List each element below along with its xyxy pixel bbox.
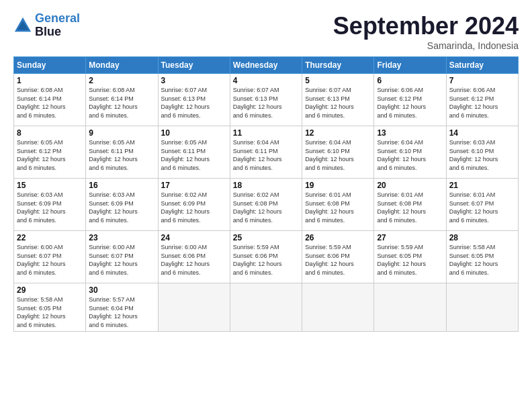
list-item: 20 Sunrise: 6:01 AMSunset: 6:08 PMDaylig… (374, 179, 446, 231)
list-item: 11 Sunrise: 6:04 AMSunset: 6:11 PMDaylig… (230, 126, 302, 179)
list-item: 6 Sunrise: 6:06 AMSunset: 6:12 PMDayligh… (374, 74, 446, 126)
page-container: General Blue September 2024 Samarinda, I… (0, 0, 532, 338)
list-item: 29 Sunrise: 5:58 AMSunset: 6:05 PMDaylig… (14, 283, 86, 332)
list-item (158, 283, 230, 332)
calendar-table: Sunday Monday Tuesday Wednesday Thursday… (13, 56, 519, 332)
list-item: 17 Sunrise: 6:02 AMSunset: 6:09 PMDaylig… (158, 179, 230, 231)
month-title: September 2024 (333, 12, 519, 40)
header: General Blue September 2024 Samarinda, I… (13, 12, 519, 51)
list-item: 4 Sunrise: 6:07 AMSunset: 6:13 PMDayligh… (230, 74, 302, 126)
list-item: 7 Sunrise: 6:06 AMSunset: 6:12 PMDayligh… (446, 74, 518, 126)
col-tuesday: Tuesday (158, 57, 230, 74)
list-item: 22 Sunrise: 6:00 AMSunset: 6:07 PMDaylig… (14, 231, 86, 283)
list-item: 2 Sunrise: 6:08 AMSunset: 6:14 PMDayligh… (86, 74, 158, 126)
col-saturday: Saturday (446, 57, 518, 74)
col-monday: Monday (86, 57, 158, 74)
list-item: 27 Sunrise: 5:59 AMSunset: 6:05 PMDaylig… (374, 231, 446, 283)
table-row: 1 Sunrise: 6:08 AMSunset: 6:14 PMDayligh… (14, 74, 519, 126)
list-item: 28 Sunrise: 5:58 AMSunset: 6:05 PMDaylig… (446, 231, 518, 283)
list-item: 15 Sunrise: 6:03 AMSunset: 6:09 PMDaylig… (14, 179, 86, 231)
table-row: 29 Sunrise: 5:58 AMSunset: 6:05 PMDaylig… (14, 283, 519, 332)
list-item: 12 Sunrise: 6:04 AMSunset: 6:10 PMDaylig… (302, 126, 374, 179)
logo-text: General Blue (35, 12, 80, 39)
list-item: 9 Sunrise: 6:05 AMSunset: 6:11 PMDayligh… (86, 126, 158, 179)
list-item: 8 Sunrise: 6:05 AMSunset: 6:12 PMDayligh… (14, 126, 86, 179)
list-item (446, 283, 518, 332)
list-item: 24 Sunrise: 6:00 AMSunset: 6:06 PMDaylig… (158, 231, 230, 283)
list-item: 26 Sunrise: 5:59 AMSunset: 6:06 PMDaylig… (302, 231, 374, 283)
list-item: 5 Sunrise: 6:07 AMSunset: 6:13 PMDayligh… (302, 74, 374, 126)
list-item (230, 283, 302, 332)
list-item (302, 283, 374, 332)
list-item: 3 Sunrise: 6:07 AMSunset: 6:13 PMDayligh… (158, 74, 230, 126)
list-item: 13 Sunrise: 6:04 AMSunset: 6:10 PMDaylig… (374, 126, 446, 179)
list-item: 21 Sunrise: 6:01 AMSunset: 6:07 PMDaylig… (446, 179, 518, 231)
list-item: 14 Sunrise: 6:03 AMSunset: 6:10 PMDaylig… (446, 126, 518, 179)
list-item: 10 Sunrise: 6:05 AMSunset: 6:11 PMDaylig… (158, 126, 230, 179)
list-item: 23 Sunrise: 6:00 AMSunset: 6:07 PMDaylig… (86, 231, 158, 283)
list-item: 25 Sunrise: 5:59 AMSunset: 6:06 PMDaylig… (230, 231, 302, 283)
table-row: 8 Sunrise: 6:05 AMSunset: 6:12 PMDayligh… (14, 126, 519, 179)
table-row: 15 Sunrise: 6:03 AMSunset: 6:09 PMDaylig… (14, 179, 519, 231)
list-item: 19 Sunrise: 6:01 AMSunset: 6:08 PMDaylig… (302, 179, 374, 231)
calendar-header-row: Sunday Monday Tuesday Wednesday Thursday… (14, 57, 519, 74)
table-row: 22 Sunrise: 6:00 AMSunset: 6:07 PMDaylig… (14, 231, 519, 283)
logo-icon (13, 16, 32, 35)
col-thursday: Thursday (302, 57, 374, 74)
location-subtitle: Samarinda, Indonesia (333, 40, 519, 51)
title-area: September 2024 Samarinda, Indonesia (333, 12, 519, 51)
logo: General Blue (13, 12, 80, 39)
list-item: 1 Sunrise: 6:08 AMSunset: 6:14 PMDayligh… (14, 74, 86, 126)
list-item: 30 Sunrise: 5:57 AMSunset: 6:04 PMDaylig… (86, 283, 158, 332)
col-friday: Friday (374, 57, 446, 74)
list-item (374, 283, 446, 332)
col-wednesday: Wednesday (230, 57, 302, 74)
list-item: 16 Sunrise: 6:03 AMSunset: 6:09 PMDaylig… (86, 179, 158, 231)
col-sunday: Sunday (14, 57, 86, 74)
list-item: 18 Sunrise: 6:02 AMSunset: 6:08 PMDaylig… (230, 179, 302, 231)
